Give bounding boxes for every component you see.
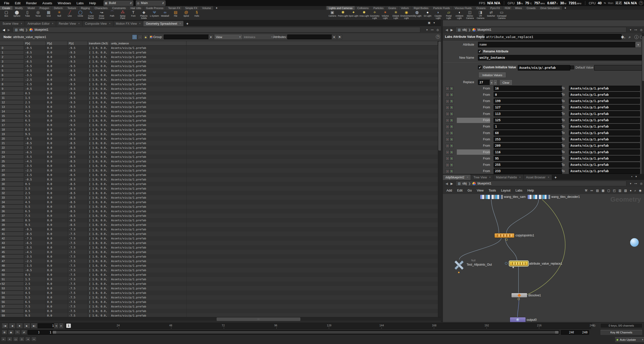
- range-end-input[interactable]: 240: [561, 330, 576, 335]
- table-row[interactable]: 7-2.50.0-9.5[ 1.0, 0.0,Assets/vis/p/1.pr…: [0, 77, 438, 82]
- breadcrumb[interactable]: ▧ obj ❯ blueprint1: [456, 27, 626, 33]
- frame-step-button-0[interactable]: ⊲: [54, 323, 58, 329]
- to-value-input[interactable]: Assets/vis/p/1.prefab: [569, 118, 640, 123]
- shelf-tab-characters[interactable]: Characters: [92, 6, 110, 10]
- search-icon[interactable]: ⌕: [629, 35, 631, 39]
- network-tool-icon-4[interactable]: ▢: [607, 189, 610, 192]
- tool-volume-light[interactable]: ✴Volume Light: [380, 10, 391, 20]
- reorder-row-button[interactable]: ⇅: [449, 144, 454, 148]
- node-label[interactable]: wang_tiles_sam: [504, 195, 526, 199]
- from-value-input[interactable]: 253: [494, 137, 562, 142]
- shelf-tab-particle-fluids[interactable]: Particle Fluids: [431, 6, 453, 10]
- info-icon[interactable]: i: [634, 35, 638, 39]
- delete-row-button[interactable]: ×: [445, 93, 449, 97]
- add-item-button[interactable]: +: [490, 80, 494, 85]
- new-name-input[interactable]: unity_instance: [478, 55, 643, 60]
- shelf-tab-hair-utils[interactable]: Hair Utils: [128, 6, 144, 10]
- from-value-input[interactable]: 209: [494, 143, 562, 148]
- node-flag-icon[interactable]: [505, 238, 508, 241]
- tool-sky-light[interactable]: ◍Sky Light: [412, 10, 422, 20]
- table-row[interactable]: 522.50.0-7.5[ 1.0, 0.0,Assets/vis/p/1.pr…: [0, 282, 438, 286]
- table-row[interactable]: 1-8.50.0-9.5[ 1.0, 0.0,Assets/vis/p/1.pr…: [0, 50, 438, 55]
- table-row[interactable]: 388.50.0-8.5[ 1.0, 0.0,Assets/vis/p/1.pr…: [0, 218, 438, 223]
- table-row[interactable]: 46-3.50.0-7.5[ 1.0, 0.0,Assets/vis/p/1.p…: [0, 254, 438, 259]
- reorder-row-button[interactable]: ⇅: [449, 131, 454, 135]
- pane-tab-composite-view[interactable]: Composite View×: [82, 21, 113, 26]
- table-row[interactable]: 588.50.0-7.5[ 1.0, 0.0,Assets/vis/p/1.pr…: [0, 309, 438, 313]
- pane-maximize-icon[interactable]: ▪: [631, 175, 632, 178]
- network-tool-icon-1[interactable]: ≔: [590, 189, 593, 192]
- transport-button-4[interactable]: ▶|: [31, 323, 38, 329]
- pane-splitter[interactable]: [441, 20, 443, 322]
- to-value-input[interactable]: Assets/vis/p/1.prefab: [569, 130, 640, 136]
- tool-line[interactable]: ╱Line: [65, 10, 75, 20]
- table-row[interactable]: 300.50.0-8.5[ 1.0, 0.0,Assets/vis/p/1.pr…: [0, 182, 438, 186]
- playbar-corner-button-1[interactable]: K: [7, 337, 12, 341]
- to-value-input[interactable]: Assets/vis/p/1.prefab: [569, 143, 640, 148]
- delete-row-button[interactable]: ×: [445, 118, 449, 122]
- table-row[interactable]: 26-3.50.0-8.5[ 1.0, 0.0,Assets/vis/p/1.p…: [0, 164, 438, 168]
- tool-file[interactable]: ▤File: [170, 10, 181, 20]
- table-row[interactable]: 188.50.0-9.5[ 1.0, 0.0,Assets/vis/p/1.pr…: [0, 127, 438, 132]
- playbar-corner-button-0[interactable]: ⇤: [1, 337, 6, 341]
- gear-menu-icon[interactable]: ✱▾: [621, 35, 625, 40]
- range-end2-input[interactable]: 240: [574, 330, 589, 335]
- shelf-tab-drive-simulation[interactable]: Drive Simulation: [538, 6, 562, 10]
- breadcrumb-current[interactable]: blueprint1: [35, 28, 48, 32]
- node-output[interactable]: [510, 317, 526, 322]
- close-icon[interactable]: ×: [21, 22, 22, 25]
- attribute-input[interactable]: name: [478, 42, 637, 47]
- table-row[interactable]: 199.50.0-9.5[ 1.0, 0.0,Assets/vis/p/1.pr…: [0, 132, 438, 136]
- follow-icon[interactable]: ◎: [437, 28, 439, 32]
- shelf-tab-texture[interactable]: Texture: [65, 6, 78, 10]
- tool-sphere[interactable]: ⬤Sphere: [12, 10, 22, 20]
- table-row[interactable]: 366.50.0-8.5[ 1.0, 0.0,Assets/vis/p/1.pr…: [0, 209, 438, 213]
- pane-tab-geometry-spreadsheet[interactable]: Geometry Spreadsheet×: [143, 21, 184, 26]
- new-pane-tab-button[interactable]: +: [552, 175, 559, 180]
- to-value-input[interactable]: Assets/vis/p/1.prefab: [569, 86, 640, 91]
- breadcrumb-parent[interactable]: obj: [19, 28, 24, 32]
- delete-row-button[interactable]: ×: [445, 125, 449, 129]
- table-row[interactable]: 21-8.50.0-8.5[ 1.0, 0.0,Assets/vis/p/1.p…: [0, 141, 438, 145]
- shelf-tab-fem[interactable]: FEM: [502, 6, 513, 10]
- delete-row-button[interactable]: ×: [445, 106, 449, 110]
- table-row[interactable]: 25-4.50.0-8.5[ 1.0, 0.0,Assets/vis/p/1.p…: [0, 159, 438, 164]
- breadcrumb-parent[interactable]: obj: [462, 28, 467, 32]
- node-label[interactable]: wang_tiles_decoder1: [551, 195, 580, 199]
- playbar-option-button-0[interactable]: ⊞: [2, 330, 7, 335]
- column-header-P[x][interactable]: P[x]: [24, 41, 46, 46]
- current-frame-input[interactable]: 1: [38, 323, 55, 328]
- table-row[interactable]: 5-4.50.0-9.5[ 1.0, 0.0,Assets/vis/p/1.pr…: [0, 68, 438, 73]
- table-row[interactable]: 22-7.50.0-8.5[ 1.0, 0.0,Assets/vis/p/1.p…: [0, 145, 438, 150]
- column-header-P[z][interactable]: P[z]: [68, 41, 88, 46]
- playbar-option-button-2[interactable]: 〜: [15, 330, 20, 335]
- remove-item-button[interactable]: −: [493, 80, 497, 85]
- tool-caustic-light[interactable]: ◗Caustic Light: [433, 10, 443, 20]
- table-horizontal-scrollbar[interactable]: ⁞⁞⁞: [0, 317, 441, 321]
- help-icon[interactable]: ?: [639, 1, 643, 5]
- back-arrow-icon[interactable]: ◀: [3, 28, 5, 32]
- table-row[interactable]: 3-6.50.0-9.5[ 1.0, 0.0,Assets/vis/p/1.pr…: [0, 59, 438, 64]
- tool-area-light[interactable]: ✹Area Light: [359, 10, 369, 20]
- to-value-input[interactable]: Assets/vis/p/1.prefab: [569, 99, 640, 104]
- table-row[interactable]: 333.50.0-8.5[ 1.0, 0.0,Assets/vis/p/1.pr…: [0, 195, 438, 200]
- delete-row-button[interactable]: ×: [445, 131, 449, 135]
- tool-stereo-camera[interactable]: ◫Stereo Camera: [465, 10, 475, 20]
- delete-row-button[interactable]: ×: [445, 137, 449, 141]
- shelf-tab-add-button[interactable]: +: [562, 6, 569, 10]
- from-value-input[interactable]: 95: [494, 156, 562, 161]
- shelf-tab-crowds[interactable]: Crowds: [524, 6, 538, 10]
- shelf-tab-vellum[interactable]: Vellum: [399, 6, 411, 10]
- range-slider-right-handle[interactable]: [555, 331, 559, 334]
- reorder-row-button[interactable]: ⇅: [449, 106, 454, 110]
- network-tool-icon-9[interactable]: ⌕: [634, 189, 636, 192]
- tool-platonic-solids[interactable]: ◆Platonic Solids: [139, 10, 149, 20]
- close-icon[interactable]: ×: [139, 22, 141, 25]
- custom-init-checkbox[interactable]: ✓: [478, 66, 482, 69]
- to-value-input[interactable]: Assets/vis/p/1.prefab: [569, 169, 640, 174]
- table-row[interactable]: 544.50.0-7.5[ 1.0, 0.0,Assets/vis/p/1.pr…: [0, 291, 438, 295]
- network-menu-edit[interactable]: Edit: [455, 189, 465, 192]
- close-icon[interactable]: ×: [52, 22, 53, 25]
- from-value-input[interactable]: 113: [494, 111, 562, 116]
- shelf-tab-lights-and-cameras[interactable]: Lights and Cameras: [327, 6, 355, 10]
